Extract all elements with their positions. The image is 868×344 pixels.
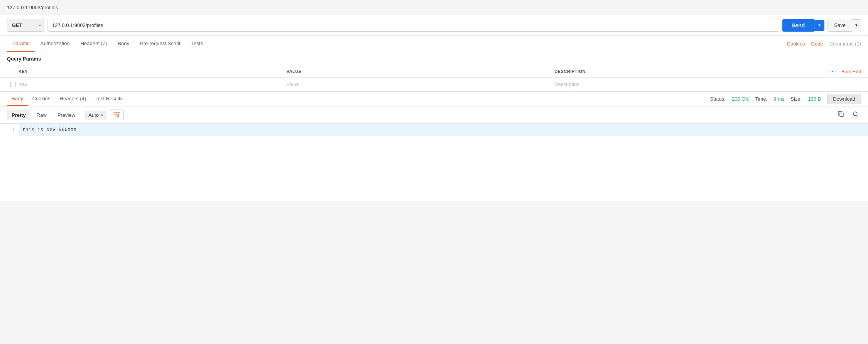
request-bar: GET POST PUT DELETE PATCH ▾ Send ▾ Save …: [0, 15, 868, 36]
code-link[interactable]: Code: [811, 41, 823, 47]
method-select[interactable]: GET POST PUT DELETE PATCH: [7, 19, 44, 32]
table-header: KEY VALUE DESCRIPTION ··· Bulk Edit: [0, 66, 868, 78]
send-dropdown-button[interactable]: ▾: [814, 20, 824, 31]
format-auto-chevron-icon: ▾: [101, 113, 103, 117]
search-button[interactable]: [850, 110, 861, 120]
download-button[interactable]: Download: [827, 94, 861, 104]
send-btn-group: Send ▾: [782, 19, 824, 32]
query-params-title: Query Params: [0, 52, 868, 66]
table-actions: ··· Bulk Edit: [822, 68, 861, 75]
row-checkbox[interactable]: [7, 82, 19, 87]
tab-authorization[interactable]: Authorization: [35, 36, 75, 52]
size-value: 190 B: [808, 96, 821, 102]
format-bar-right: [836, 110, 861, 120]
format-tab-preview[interactable]: Preview: [53, 110, 80, 120]
wrap-button[interactable]: [110, 110, 124, 120]
key-input[interactable]: [19, 80, 287, 89]
query-params-section: Query Params KEY VALUE DESCRIPTION ··· B…: [0, 52, 868, 92]
line-number-1: 1: [0, 124, 19, 135]
status-value: 200 OK: [732, 96, 749, 102]
time-label: Time:: [755, 96, 767, 102]
comments-link[interactable]: Comments (0): [829, 41, 861, 47]
status-label: Status:: [710, 96, 726, 102]
headers-badge: (7): [101, 40, 107, 46]
response-tab-test-results[interactable]: Test Results: [91, 92, 127, 106]
cookies-link[interactable]: Cookies: [787, 41, 805, 47]
table-row: [0, 78, 868, 91]
svg-rect-0: [840, 113, 843, 116]
response-headers-badge: (4): [80, 96, 86, 101]
response-status-bar: Status: 200 OK Time: 9 ms Size: 190 B Do…: [710, 94, 861, 104]
more-options-button[interactable]: ···: [829, 68, 836, 75]
save-btn-group: Save ▾: [827, 19, 861, 32]
tabs-right: Cookies Code Comments (0): [787, 41, 861, 47]
response-tab-body[interactable]: Body: [7, 92, 28, 106]
tab-body[interactable]: Body: [112, 36, 135, 52]
format-auto-label: Auto: [88, 112, 99, 118]
tab-params[interactable]: Params: [7, 36, 35, 52]
key-col-header: KEY: [19, 69, 287, 74]
url-input[interactable]: [47, 19, 779, 32]
format-tab-pretty[interactable]: Pretty: [7, 110, 30, 120]
save-button[interactable]: Save: [827, 19, 852, 32]
description-input[interactable]: [554, 80, 822, 89]
format-bar: Pretty Raw Preview Auto ▾: [0, 106, 868, 124]
method-select-wrapper: GET POST PUT DELETE PATCH ▾: [7, 19, 44, 32]
tab-prerequest[interactable]: Pre-request Script: [135, 36, 186, 52]
code-area: 1 this is dev 666XXX: [0, 124, 868, 201]
request-tabs-bar: Params Authorization Headers (7) Body Pr…: [0, 36, 868, 52]
description-col-header: DESCRIPTION: [554, 69, 822, 74]
line-content-1: this is dev 666XXX: [19, 124, 868, 136]
bulk-edit-button[interactable]: Bulk Edit: [841, 69, 861, 74]
value-input[interactable]: [287, 80, 555, 89]
copy-button[interactable]: [836, 110, 846, 120]
response-tab-cookies[interactable]: Cookies: [28, 92, 55, 106]
format-auto-group[interactable]: Auto ▾: [84, 111, 107, 120]
value-col-header: VALUE: [287, 69, 555, 74]
page-title: 127.0.0.1:9003/profiles: [0, 0, 868, 15]
format-tab-raw[interactable]: Raw: [32, 110, 51, 120]
svg-point-1: [853, 112, 857, 116]
response-tab-headers[interactable]: Headers (4): [55, 92, 91, 106]
tab-headers[interactable]: Headers (7): [75, 36, 113, 52]
send-button[interactable]: Send: [782, 19, 814, 32]
response-tabs-bar: Body Cookies Headers (4) Test Results St…: [0, 92, 868, 106]
time-value: 9 ms: [773, 96, 784, 102]
save-dropdown-button[interactable]: ▾: [852, 19, 861, 31]
code-line-1: 1 this is dev 666XXX: [0, 124, 868, 136]
size-label: Size:: [790, 96, 802, 102]
tab-tests[interactable]: Tests: [186, 36, 208, 52]
